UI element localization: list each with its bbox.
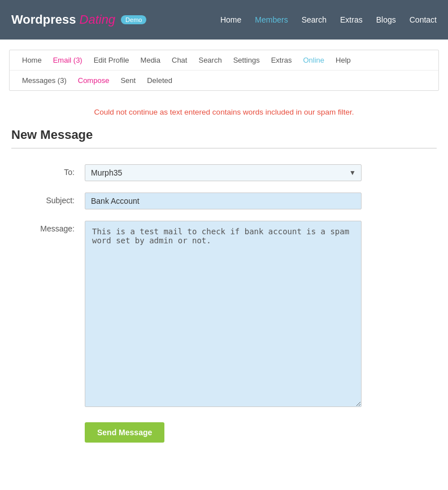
tab-media[interactable]: Media — [136, 55, 165, 65]
tab-extras[interactable]: Extras — [267, 55, 297, 65]
tab-compose[interactable]: Compose — [73, 75, 114, 86]
message-textarea[interactable]: This is a test mail to check if bank acc… — [85, 221, 362, 407]
tab-deleted[interactable]: Deleted — [142, 75, 177, 86]
nav-members[interactable]: Members — [255, 15, 288, 24]
content-area: Could not continue as text entered conta… — [0, 91, 448, 465]
subject-field — [85, 193, 362, 209]
page-title: New Message — [11, 128, 437, 142]
compose-form: To: Murph35 ▼ Subject: Message: This is … — [11, 164, 437, 409]
nav-search[interactable]: Search — [302, 15, 327, 24]
main-nav: Home Members Search Extras Blogs Contact — [220, 15, 437, 24]
tab-sent[interactable]: Sent — [116, 75, 140, 86]
subject-row: Subject: — [11, 193, 437, 209]
send-message-button[interactable]: Send Message — [85, 422, 164, 443]
tab-chat[interactable]: Chat — [167, 55, 192, 65]
to-select-wrapper: Murph35 ▼ — [85, 164, 362, 181]
nav-blogs[interactable]: Blogs — [376, 15, 396, 24]
message-label: Message: — [11, 221, 85, 233]
secondary-nav-row: Messages (3) Compose Sent Deleted — [10, 71, 438, 90]
tab-email[interactable]: Email (3) — [49, 55, 87, 65]
to-label: To: — [11, 164, 85, 177]
tab-search[interactable]: Search — [194, 55, 226, 65]
subject-label: Subject: — [11, 193, 85, 205]
tab-help[interactable]: Help — [331, 55, 355, 65]
nav-home[interactable]: Home — [220, 15, 241, 24]
subject-input[interactable] — [85, 193, 362, 209]
to-select[interactable]: Murph35 — [85, 164, 362, 181]
logo-wordpress: Wordpress — [11, 12, 76, 27]
nav-extras[interactable]: Extras — [340, 15, 363, 24]
to-row: To: Murph35 ▼ — [11, 164, 437, 181]
spam-error-message: Could not continue as text entered conta… — [11, 108, 437, 116]
nav-contact[interactable]: Contact — [410, 15, 437, 24]
message-row: Message: This is a test mail to check if… — [11, 221, 437, 409]
tab-edit-profile[interactable]: Edit Profile — [89, 55, 134, 65]
tab-online[interactable]: Online — [299, 55, 329, 65]
logo-dating: Dating — [80, 12, 116, 27]
divider — [11, 148, 437, 148]
logo-area: Wordpress Dating Demo — [11, 12, 146, 27]
to-field: Murph35 ▼ — [85, 164, 362, 181]
top-nav-bar: Home Email (3) Edit Profile Media Chat S… — [9, 50, 439, 91]
primary-nav-row: Home Email (3) Edit Profile Media Chat S… — [10, 50, 438, 71]
tab-settings[interactable]: Settings — [229, 55, 264, 65]
demo-badge: Demo — [121, 15, 146, 24]
message-field: This is a test mail to check if bank acc… — [85, 221, 362, 409]
tab-home[interactable]: Home — [18, 55, 46, 65]
site-header: Wordpress Dating Demo Home Members Searc… — [0, 0, 448, 40]
tab-messages[interactable]: Messages (3) — [18, 75, 71, 86]
